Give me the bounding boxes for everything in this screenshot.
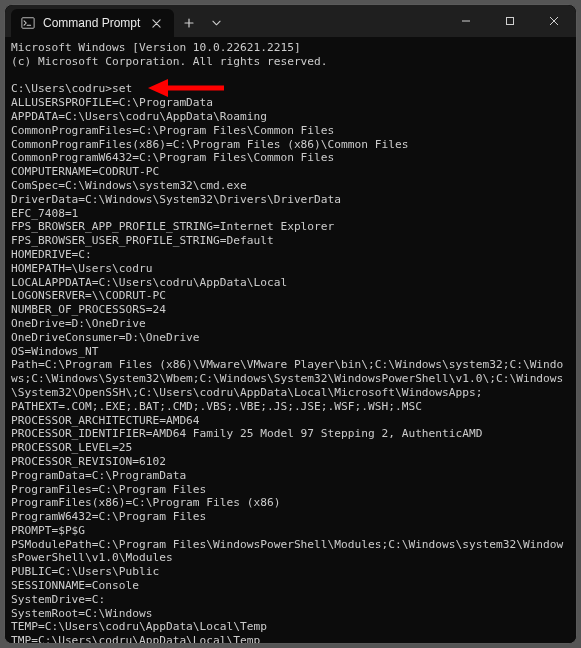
titlebar-drag-region[interactable] xyxy=(228,5,444,37)
console-header-line: Microsoft Windows [Version 10.0.22621.22… xyxy=(11,41,301,54)
prompt-text: C:\Users\codru> xyxy=(11,82,112,95)
svg-rect-3 xyxy=(507,18,514,25)
terminal-window: Command Prompt Microsoft Windows [Versio… xyxy=(4,4,577,644)
titlebar[interactable]: Command Prompt xyxy=(5,5,576,37)
env-output: ALLUSERSPROFILE=C:\ProgramData APPDATA=C… xyxy=(11,96,563,643)
close-button[interactable] xyxy=(532,5,576,37)
svg-rect-0 xyxy=(22,18,34,29)
command-text: set xyxy=(112,82,132,95)
cmd-icon xyxy=(21,16,35,30)
tab-title: Command Prompt xyxy=(43,16,140,30)
minimize-button[interactable] xyxy=(444,5,488,37)
tab-dropdown-button[interactable] xyxy=(204,9,228,37)
new-tab-button[interactable] xyxy=(174,9,204,37)
maximize-button[interactable] xyxy=(488,5,532,37)
prompt-line: C:\Users\codru>set xyxy=(11,82,132,95)
tab-command-prompt[interactable]: Command Prompt xyxy=(11,9,174,37)
tab-close-button[interactable] xyxy=(148,15,164,31)
svg-marker-5 xyxy=(148,79,168,97)
console-output[interactable]: Microsoft Windows [Version 10.0.22621.22… xyxy=(5,37,576,643)
console-header-line: (c) Microsoft Corporation. All rights re… xyxy=(11,55,328,68)
